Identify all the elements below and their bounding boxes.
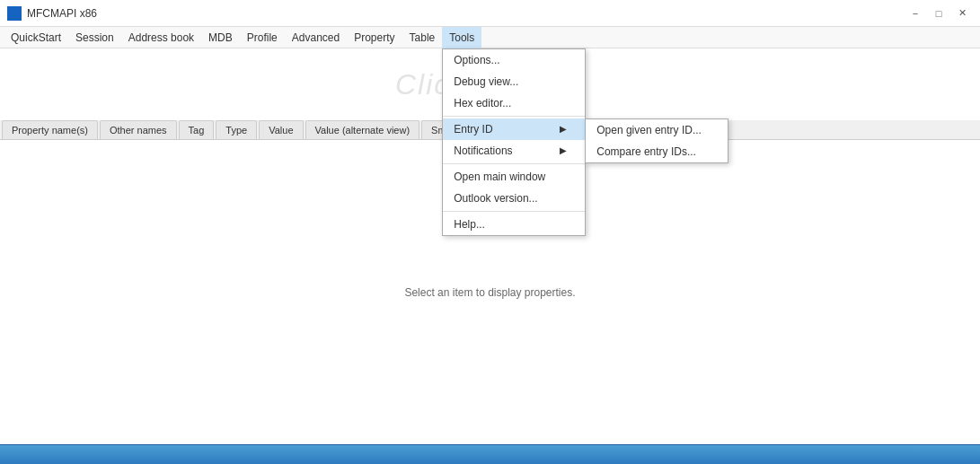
maximize-button[interactable]: □: [928, 4, 949, 22]
entry-id-submenu: Open given entry ID... Compare entry IDs…: [585, 118, 728, 163]
tools-entry-id[interactable]: Entry ID ▶ Open given entry ID... Compar…: [443, 118, 585, 140]
tab-type[interactable]: Type: [216, 120, 257, 139]
app-title: MFCMAPI x86: [27, 7, 97, 20]
separator-2: [443, 163, 585, 164]
tools-outlook-version[interactable]: Outlook version...: [443, 188, 585, 209]
minimize-button[interactable]: −: [905, 4, 926, 22]
menu-tools[interactable]: Tools: [442, 27, 481, 48]
tab-value[interactable]: Value: [259, 120, 303, 139]
notifications-arrow: ▶: [560, 145, 567, 155]
tab-tag[interactable]: Tag: [179, 120, 215, 139]
menu-quickstart[interactable]: QuickStart: [4, 27, 68, 48]
app-icon: [7, 6, 22, 21]
menu-table[interactable]: Table: [402, 27, 443, 48]
tools-dropdown: Options... Debug view... Hex editor... E…: [442, 48, 586, 236]
svg-rect-0: [9, 8, 13, 13]
tools-open-main-window[interactable]: Open main window: [443, 166, 585, 188]
tab-value-alternate[interactable]: Value (alternate view): [305, 120, 420, 139]
menu-advanced[interactable]: Advanced: [285, 27, 347, 48]
close-button[interactable]: ✕: [951, 4, 973, 22]
svg-rect-2: [9, 14, 13, 19]
menu-bar: QuickStart Session Address book MDB Prof…: [0, 27, 980, 48]
window-controls: − □ ✕: [905, 4, 973, 22]
tools-options[interactable]: Options...: [443, 49, 585, 71]
title-bar: MFCMAPI x86 − □ ✕: [0, 0, 980, 27]
entry-id-arrow: ▶: [560, 124, 567, 134]
select-message: Select an item to display properties.: [404, 286, 575, 299]
status-bar: [0, 444, 980, 464]
menu-session[interactable]: Session: [68, 27, 121, 48]
separator-3: [443, 211, 585, 212]
tab-property-names[interactable]: Property name(s): [2, 120, 98, 139]
tab-other-names[interactable]: Other names: [100, 120, 177, 139]
tools-help[interactable]: Help...: [443, 214, 585, 235]
menu-property[interactable]: Property: [347, 27, 402, 48]
menu-tools-container: Tools Options... Debug view... Hex edito…: [442, 27, 481, 48]
menu-address-book[interactable]: Address book: [121, 27, 201, 48]
title-bar-left: MFCMAPI x86: [7, 6, 97, 21]
menu-mdb[interactable]: MDB: [201, 27, 240, 48]
tools-notifications[interactable]: Notifications ▶: [443, 140, 585, 162]
separator-1: [443, 116, 585, 117]
svg-rect-3: [15, 14, 20, 19]
compare-entry-ids[interactable]: Compare entry IDs...: [586, 141, 728, 162]
open-given-entry-id[interactable]: Open given entry ID...: [586, 119, 728, 141]
svg-rect-1: [15, 8, 20, 13]
menu-profile[interactable]: Profile: [240, 27, 285, 48]
tools-hex-editor[interactable]: Hex editor...: [443, 92, 585, 114]
tools-debug-view[interactable]: Debug view...: [443, 71, 585, 92]
